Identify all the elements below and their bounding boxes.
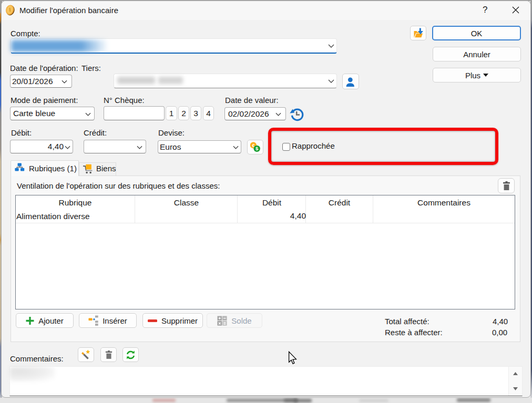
svg-text:$: $ (255, 146, 259, 151)
